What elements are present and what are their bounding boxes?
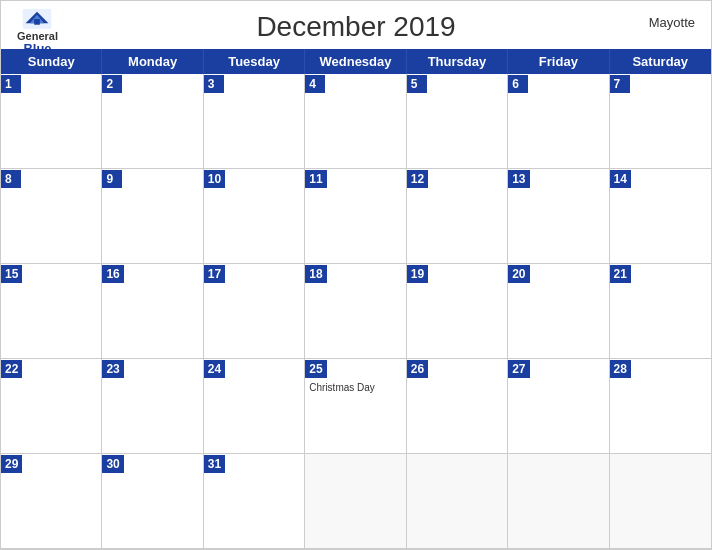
day-cell[interactable]: 24 xyxy=(204,359,305,454)
day-cell[interactable]: 22 xyxy=(1,359,102,454)
day-number: 9 xyxy=(102,170,122,188)
day-number: 10 xyxy=(204,170,225,188)
day-cell[interactable]: 1 xyxy=(1,74,102,169)
header-friday: Friday xyxy=(508,49,609,74)
day-cell[interactable]: 0 xyxy=(508,454,609,549)
day-number: 26 xyxy=(407,360,428,378)
day-cell[interactable]: 12 xyxy=(407,169,508,264)
day-number: 23 xyxy=(102,360,123,378)
header-thursday: Thursday xyxy=(407,49,508,74)
day-number: 13 xyxy=(508,170,529,188)
day-cell[interactable]: 13 xyxy=(508,169,609,264)
day-cell[interactable]: 23 xyxy=(102,359,203,454)
day-cell[interactable]: 17 xyxy=(204,264,305,359)
calendar-header: General Blue December 2019 Mayotte xyxy=(1,1,711,49)
day-cell[interactable]: 29 xyxy=(1,454,102,549)
generalblue-logo-icon xyxy=(22,9,52,29)
day-cell[interactable]: 8 xyxy=(1,169,102,264)
day-cell[interactable]: 9 xyxy=(102,169,203,264)
calendar-grid: 1234567891011121314151617181920212223242… xyxy=(1,74,711,549)
day-cell[interactable]: 27 xyxy=(508,359,609,454)
day-cell[interactable]: 0 xyxy=(610,454,711,549)
day-number-empty: 0 xyxy=(407,455,427,473)
day-headers-row: Sunday Monday Tuesday Wednesday Thursday… xyxy=(1,49,711,74)
day-cell[interactable]: 2 xyxy=(102,74,203,169)
day-cell[interactable]: 18 xyxy=(305,264,406,359)
day-number: 16 xyxy=(102,265,123,283)
day-number: 11 xyxy=(305,170,326,188)
day-number: 18 xyxy=(305,265,326,283)
day-cell[interactable]: 25Christmas Day xyxy=(305,359,406,454)
day-number: 7 xyxy=(610,75,630,93)
day-cell[interactable]: 4 xyxy=(305,74,406,169)
day-number: 14 xyxy=(610,170,631,188)
day-cell[interactable]: 5 xyxy=(407,74,508,169)
logo-blue-text: Blue xyxy=(23,42,51,55)
day-number: 3 xyxy=(204,75,224,93)
day-number: 24 xyxy=(204,360,225,378)
day-number: 15 xyxy=(1,265,22,283)
day-number: 29 xyxy=(1,455,22,473)
day-cell[interactable]: 30 xyxy=(102,454,203,549)
region-label: Mayotte xyxy=(649,15,695,30)
day-cell[interactable]: 26 xyxy=(407,359,508,454)
day-cell[interactable]: 28 xyxy=(610,359,711,454)
day-number: 31 xyxy=(204,455,225,473)
day-number: 22 xyxy=(1,360,22,378)
day-number: 4 xyxy=(305,75,325,93)
day-number: 21 xyxy=(610,265,631,283)
day-number: 25 xyxy=(305,360,326,378)
day-number: 5 xyxy=(407,75,427,93)
day-cell[interactable]: 3 xyxy=(204,74,305,169)
header-wednesday: Wednesday xyxy=(305,49,406,74)
day-cell[interactable]: 7 xyxy=(610,74,711,169)
header-monday: Monday xyxy=(102,49,203,74)
day-number: 17 xyxy=(204,265,225,283)
day-cell[interactable]: 11 xyxy=(305,169,406,264)
holiday-label: Christmas Day xyxy=(305,380,405,395)
day-cell[interactable]: 15 xyxy=(1,264,102,359)
day-number-empty: 0 xyxy=(508,455,528,473)
day-cell[interactable]: 16 xyxy=(102,264,203,359)
calendar-container: General Blue December 2019 Mayotte Sunda… xyxy=(0,0,712,550)
header-tuesday: Tuesday xyxy=(204,49,305,74)
day-cell[interactable]: 19 xyxy=(407,264,508,359)
day-number: 20 xyxy=(508,265,529,283)
day-number: 1 xyxy=(1,75,21,93)
day-cell[interactable]: 0 xyxy=(407,454,508,549)
day-number: 27 xyxy=(508,360,529,378)
day-number: 6 xyxy=(508,75,528,93)
day-number: 19 xyxy=(407,265,428,283)
day-number: 30 xyxy=(102,455,123,473)
day-cell[interactable]: 31 xyxy=(204,454,305,549)
day-number: 28 xyxy=(610,360,631,378)
day-cell[interactable]: 0 xyxy=(305,454,406,549)
day-number: 12 xyxy=(407,170,428,188)
day-cell[interactable]: 21 xyxy=(610,264,711,359)
day-number: 2 xyxy=(102,75,122,93)
month-title: December 2019 xyxy=(256,11,455,43)
day-cell[interactable]: 6 xyxy=(508,74,609,169)
header-saturday: Saturday xyxy=(610,49,711,74)
day-cell[interactable]: 20 xyxy=(508,264,609,359)
day-cell[interactable]: 14 xyxy=(610,169,711,264)
day-number-empty: 0 xyxy=(305,455,325,473)
day-cell[interactable]: 10 xyxy=(204,169,305,264)
svg-rect-3 xyxy=(35,19,41,25)
day-number-empty: 0 xyxy=(610,455,630,473)
logo: General Blue xyxy=(17,9,58,55)
day-number: 8 xyxy=(1,170,21,188)
